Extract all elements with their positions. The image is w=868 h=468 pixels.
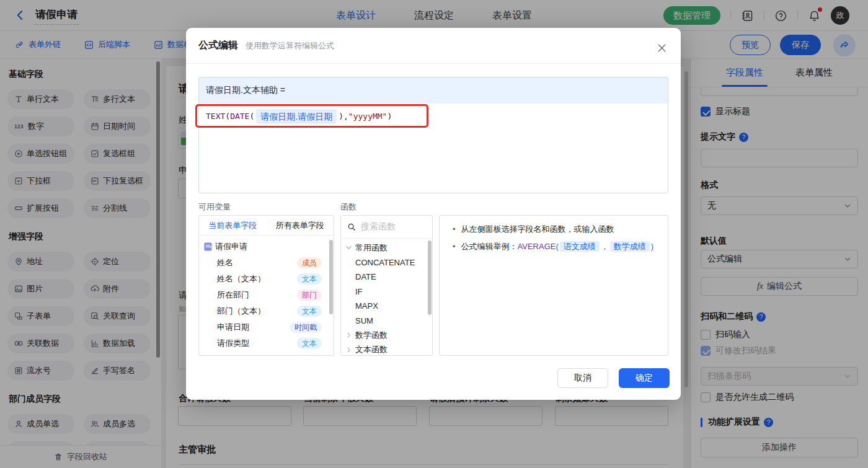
functions-section-label: 函数 xyxy=(340,201,433,213)
form-doc-icon xyxy=(204,242,212,251)
function-search[interactable]: 搜索函数 xyxy=(341,216,432,239)
chevron-right-icon xyxy=(345,347,352,353)
tab-current-form-fields[interactable]: 当前表单字段 xyxy=(199,216,267,235)
cancel-button[interactable]: 取消 xyxy=(557,368,608,388)
help-panel: • 从左侧面板选择字段名和函数，或输入函数 • 公式编辑举例：AVERAGE(语… xyxy=(439,215,668,356)
example-field-tag: 数学成绩 xyxy=(610,241,650,252)
tree-item-leave-type[interactable]: 请假类型 文本 xyxy=(199,335,334,351)
func-item-date[interactable]: DATE xyxy=(341,270,432,285)
chevron-down-icon xyxy=(345,244,352,251)
modal-subtitle: 使用数学运算符编辑公式 xyxy=(246,40,334,51)
chevron-right-icon xyxy=(345,332,352,338)
tree-item-apply-date[interactable]: 申请日期 时间戳 xyxy=(199,319,334,335)
bullet-icon: • xyxy=(453,241,456,253)
tree-root-form[interactable]: 请假申请 xyxy=(199,239,334,255)
type-tag-text: 文本 xyxy=(297,306,322,317)
tree-item-dept[interactable]: 所在部门 部门 xyxy=(199,287,334,303)
modal-title: 公式编辑 xyxy=(198,39,238,52)
func-group-common[interactable]: 常用函数 xyxy=(341,241,432,255)
confirm-button[interactable]: 确定 xyxy=(619,368,670,388)
func-item-mapx[interactable]: MAPX xyxy=(341,299,432,314)
tree-item-name-text[interactable]: 姓名（文本） 文本 xyxy=(199,271,334,287)
formula-editor-modal: 公式编辑 使用数学运算符编辑公式 请假日期.文本辅助 = TEXT(DATE(请… xyxy=(186,28,681,400)
tree-item-name[interactable]: 姓名 成员 xyxy=(199,255,334,271)
functions-panel: 搜索函数 常用函数 CONCATENATE DATE IF MAPX SUM 数… xyxy=(340,215,433,356)
func-group-math[interactable]: 数学函数 xyxy=(341,328,432,343)
example-field-tag: 语文成绩 xyxy=(560,241,600,252)
help-tip-2: 公式编辑举例：AVERAGE(语文成绩，数学成绩) xyxy=(461,241,654,253)
type-tag-text: 文本 xyxy=(297,273,322,285)
variables-panel: 当前表单字段 所有表单字段 请假申请 姓名 成员 姓名（文本） 文本 xyxy=(198,215,334,356)
search-icon xyxy=(347,223,356,231)
bullet-icon: • xyxy=(453,223,456,236)
func-group-text[interactable]: 文本函数 xyxy=(341,343,432,356)
func-item-sum[interactable]: SUM xyxy=(341,314,432,329)
type-tag-text: 文本 xyxy=(297,338,322,349)
formula-editor: 请假日期.文本辅助 = TEXT(DATE(请假日期.请假日期),"yyyyMM… xyxy=(198,77,668,193)
variables-section-label: 可用变量 xyxy=(198,201,334,213)
type-tag-dept: 部门 xyxy=(297,289,322,301)
search-placeholder: 搜索函数 xyxy=(361,221,396,232)
help-tip-1: 从左侧面板选择字段名和函数，或输入函数 xyxy=(461,223,614,236)
func-item-concatenate[interactable]: CONCATENATE xyxy=(341,255,432,270)
type-tag-timestamp: 时间戳 xyxy=(290,322,322,333)
field-reference-tag[interactable]: 请假日期.请假日期 xyxy=(256,109,337,124)
tree-item-dept-text[interactable]: 部门（文本） 文本 xyxy=(199,303,334,319)
tab-all-form-fields[interactable]: 所有表单字段 xyxy=(267,216,334,235)
func-item-if[interactable]: IF xyxy=(341,285,432,299)
functions-scrollbar[interactable] xyxy=(428,241,432,315)
formula-code[interactable]: TEXT(DATE(请假日期.请假日期),"yyyyMM") xyxy=(199,104,668,130)
formula-target: 请假日期.文本辅助 = xyxy=(199,77,668,104)
type-tag-member: 成员 xyxy=(297,257,322,268)
close-icon[interactable] xyxy=(655,42,668,54)
variables-scrollbar[interactable] xyxy=(329,240,333,314)
